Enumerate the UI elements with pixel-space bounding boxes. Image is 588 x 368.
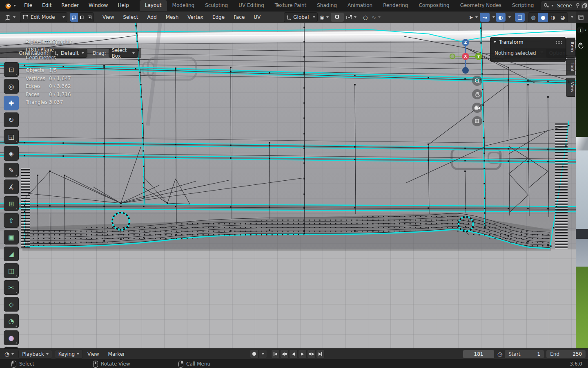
tool-inset-faces[interactable]: ▣ — [4, 230, 19, 245]
tool-knife[interactable]: ✂ — [4, 280, 19, 295]
tool-spin[interactable]: ◔ — [4, 314, 19, 328]
menu-select[interactable]: Select — [118, 11, 143, 23]
timeline-marker-menu[interactable]: Marker — [104, 351, 129, 357]
timeline-view-menu[interactable]: View — [83, 351, 103, 357]
play-button[interactable] — [298, 350, 307, 358]
workspace-tab-rendering[interactable]: Rendering — [378, 0, 413, 11]
snap-toggle[interactable] — [331, 13, 344, 22]
start-frame-field[interactable]: Start1 — [505, 350, 544, 358]
tool-smooth[interactable]: ● — [4, 330, 19, 345]
tool-select-box[interactable]: ⊡ — [4, 62, 19, 77]
menu-uv[interactable]: UV — [249, 11, 265, 23]
workspace-tab-sculpting[interactable]: Sculpting — [200, 0, 233, 11]
current-frame-field[interactable]: 181 — [463, 350, 494, 358]
gizmo-x-axis[interactable]: X — [462, 53, 469, 60]
workspace-tab-texture-paint[interactable]: Texture Paint — [270, 0, 312, 11]
strip-zoom-icon[interactable]: + — [577, 27, 584, 34]
xray-toggle[interactable]: ❏ — [515, 13, 525, 22]
tool-add-cube[interactable]: ⊞ — [4, 196, 19, 211]
face-select-icon[interactable] — [86, 13, 94, 22]
menu-window[interactable]: Window — [84, 0, 113, 11]
gizmo-z-negative[interactable] — [462, 67, 469, 74]
overlays-dropdown[interactable] — [506, 13, 512, 22]
workspace-tab-animation[interactable]: Animation — [342, 0, 378, 11]
sidebar-tab-tool[interactable]: Tool — [566, 58, 575, 75]
panel-drag-handle[interactable] — [556, 40, 562, 44]
workspace-tab-layout[interactable]: Layout — [140, 0, 167, 11]
tool-bevel[interactable]: ◢ — [4, 247, 19, 261]
menu-help[interactable]: Help — [113, 0, 134, 11]
gizmo-dropdown[interactable] — [490, 13, 496, 22]
menu-view[interactable]: View — [98, 11, 118, 23]
keying-menu[interactable]: Keying — [55, 350, 83, 359]
proportional-editing-toggle[interactable]: ○ — [361, 13, 370, 22]
gizmo-y-axis[interactable]: Y — [475, 53, 482, 60]
menu-file[interactable]: File — [19, 0, 37, 11]
tool-annotate[interactable]: ✎ — [4, 163, 19, 177]
wireframe-shading-icon[interactable]: ◍ — [528, 13, 538, 22]
play-reverse-button[interactable] — [289, 350, 298, 358]
end-frame-field[interactable]: End250 — [546, 350, 586, 358]
rendered-shading-icon[interactable]: ◕ — [558, 13, 568, 22]
transform-orientation-dropdown[interactable]: Global — [284, 12, 317, 22]
auto-keying-button[interactable] — [250, 350, 258, 358]
new-scene-icon[interactable] — [581, 2, 588, 9]
tool-cursor[interactable]: ◎ — [4, 79, 19, 94]
strip-collapse-icon[interactable]: ‹ — [585, 27, 586, 33]
workspace-tab-compositing[interactable]: Compositing — [413, 0, 454, 11]
visibility-dropdown[interactable]: ➤ — [467, 13, 480, 22]
menu-edit[interactable]: Edit — [37, 0, 56, 11]
snap-target-dropdown[interactable] — [344, 13, 359, 22]
workspace-tab-shading[interactable]: Shading — [312, 0, 342, 11]
grid-perspective-icon[interactable] — [472, 116, 482, 126]
edge-select-icon[interactable] — [78, 13, 86, 22]
pivot-point-dropdown[interactable]: ◉ — [318, 13, 331, 22]
tool-poly-build[interactable]: ◇ — [4, 297, 19, 312]
jump-to-end-button[interactable] — [316, 350, 325, 358]
jump-to-start-button[interactable] — [271, 350, 280, 358]
drag-mode-dropdown[interactable]: Select Box — [109, 49, 138, 58]
mode-dropdown[interactable]: Edit Mode — [20, 12, 67, 22]
menu-mesh[interactable]: Mesh — [161, 11, 183, 23]
tool-move[interactable]: ✚ — [4, 96, 19, 110]
viewport-canvas[interactable] — [0, 23, 576, 348]
vertex-select-icon[interactable] — [70, 13, 78, 22]
navigation-gizmo[interactable]: Z X Y — [449, 38, 486, 75]
viewport-3d[interactable]: Orientation: Default Drag: Select Box X … — [0, 23, 576, 348]
auto-keying-dropdown[interactable] — [258, 350, 267, 358]
camera-view-icon[interactable] — [472, 103, 482, 113]
pan-hand-icon[interactable] — [472, 89, 482, 99]
zoom-icon[interactable] — [472, 76, 482, 86]
tool-rotate[interactable]: ↻ — [4, 112, 19, 127]
solid-shading-icon[interactable]: ● — [538, 13, 548, 22]
timeline-editor-type-icon[interactable]: ◔ — [2, 350, 16, 359]
sidebar-tab-view[interactable]: View — [566, 78, 575, 96]
tool-measure[interactable]: ∡ — [4, 180, 19, 194]
menu-vertex[interactable]: Vertex — [183, 11, 208, 23]
material-shading-icon[interactable]: ◑ — [548, 13, 558, 22]
menu-add[interactable]: Add — [143, 11, 161, 23]
proportional-falloff-dropdown[interactable]: ∿ — [370, 13, 383, 22]
workspace-tab-scripting[interactable]: Scripting — [507, 0, 539, 11]
tool-scale[interactable]: ◱ — [4, 129, 19, 144]
playback-menu[interactable]: Playback — [18, 350, 52, 359]
blender-app-menu[interactable] — [0, 0, 19, 11]
pin-icon[interactable] — [575, 3, 581, 8]
workspace-tab-modeling[interactable]: Modeling — [167, 0, 200, 11]
workspace-tab-uv-editing[interactable]: UV Editing — [233, 0, 270, 11]
side-editor-type-icon[interactable] — [578, 14, 584, 20]
tool-extrude-region[interactable]: ⇧ — [4, 213, 19, 228]
transform-panel-title[interactable]: Transform — [499, 39, 523, 45]
strip-pan-hand-icon[interactable] — [577, 42, 584, 49]
tool-loop-cut[interactable]: ◫ — [4, 263, 19, 278]
workspace-tab-geometry-nodes[interactable]: Geometry Nodes — [455, 0, 507, 11]
side-editor-reference-image[interactable]: + ‹ — [576, 23, 588, 348]
editor-type-icon[interactable] — [2, 13, 18, 22]
menu-edge[interactable]: Edge — [208, 11, 229, 23]
tool-transform[interactable]: ◈ — [4, 146, 19, 161]
prev-keyframe-button[interactable] — [280, 350, 289, 358]
shading-dropdown[interactable] — [568, 13, 574, 22]
stopwatch-icon[interactable]: ◷ — [497, 351, 502, 357]
menu-face[interactable]: Face — [229, 11, 249, 23]
gizmo-z-axis[interactable]: Z — [462, 39, 469, 46]
